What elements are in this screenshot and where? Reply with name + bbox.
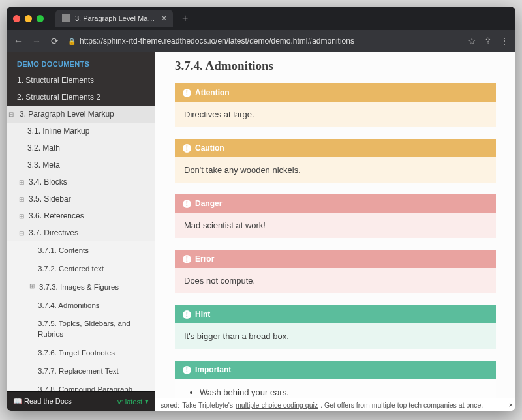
menu-icon[interactable]: ⋮: [500, 36, 509, 46]
sidebar-subsubitem[interactable]: 3.7.4. Admonitions: [7, 296, 155, 314]
admonition-body: Does not compute.: [175, 268, 496, 293]
sidebar-subsubitem[interactable]: 3.7.1. Contents: [7, 241, 155, 260]
admonition-title: !Hint: [175, 305, 496, 323]
sidebar-subitem[interactable]: ⊞3.6. References: [7, 207, 155, 224]
sponsor-link[interactable]: multiple-choice coding quiz: [236, 401, 318, 409]
info-icon: !: [183, 89, 191, 97]
favicon-icon: [62, 14, 70, 22]
admonition-title-text: Danger: [195, 199, 222, 208]
sidebar-item-label: 3.4. Blocks: [29, 177, 67, 187]
sidebar-item-label: 3.2. Math: [27, 143, 60, 153]
sidebar-subsubitem[interactable]: 3.7.5. Topics, Sidebars, and Rubrics: [7, 314, 155, 343]
info-icon: !: [183, 255, 191, 263]
sidebar-subsubitem[interactable]: 3.7.2. Centered text: [7, 260, 155, 278]
admonition-body: It's bigger than a bread box.: [175, 323, 496, 349]
info-icon: !: [183, 144, 191, 153]
sidebar-item[interactable]: 1. Structural Elements: [7, 72, 155, 89]
sidebar-caption: DEMO DOCUMENTS: [7, 52, 155, 72]
extension-icon[interactable]: ⇪: [484, 36, 492, 46]
expand-icon[interactable]: ⊞: [18, 196, 25, 203]
expand-icon[interactable]: ⊞: [18, 213, 25, 220]
sidebar-subitem[interactable]: ⊞3.5. Sidebar: [7, 190, 155, 207]
admonition-title-text: Attention: [195, 88, 230, 97]
collapse-icon[interactable]: ⊟: [18, 230, 25, 237]
main-content: 3.7.4. Admonitions !Attention Directives…: [155, 52, 515, 411]
admonition-danger: !Danger Mad scientist at work!: [175, 194, 496, 238]
admonition-hint: !Hint It's bigger than a bread box.: [175, 305, 496, 349]
tab-title: 3. Paragraph Level Markup —: [75, 14, 157, 22]
sidebar-item-current[interactable]: ⊟ 3. Paragraph Level Markup: [7, 106, 155, 123]
browser-window: 3. Paragraph Level Markup — × + ← → ⟳ 🔒 …: [7, 7, 515, 411]
admonition-title: !Error: [175, 250, 496, 268]
sponsor-prefix: sored:: [161, 401, 179, 409]
minimize-window-button[interactable]: [25, 15, 32, 22]
sidebar-item-label: 3.7.1. Contents: [38, 245, 89, 256]
sidebar-item-label: 3.7.2. Centered text: [38, 263, 104, 274]
address-bar: ← → ⟳ 🔒 https://sphinx-rtd-theme.readthe…: [7, 30, 515, 52]
expand-icon[interactable]: ⊞: [18, 179, 25, 186]
book-icon: 📖 Read the Docs: [13, 397, 72, 406]
admonition-caution: !Caution Don't take any wooden nickels.: [175, 139, 496, 183]
version-selector[interactable]: v: latest ▾: [117, 397, 149, 406]
sidebar-item-label: 3.1. Inline Markup: [27, 127, 89, 136]
reload-button[interactable]: ⟳: [50, 36, 60, 46]
sidebar-subsubitem[interactable]: 3.7.8. Compound Paragraph: [7, 380, 155, 391]
sidebar-item-label: 3.7.8. Compound Paragraph: [38, 384, 132, 391]
close-window-button[interactable]: [13, 15, 20, 22]
admonition-title-text: Error: [195, 254, 214, 263]
info-icon: !: [183, 366, 191, 374]
admonition-body: Don't take any wooden nickels.: [175, 157, 496, 183]
admonition-title-text: Hint: [195, 310, 210, 319]
version-label: v: latest: [117, 398, 142, 406]
sidebar-subitem[interactable]: 3.2. Math: [7, 140, 155, 157]
new-tab-button[interactable]: +: [178, 12, 192, 24]
admonition-attention: !Attention Directives at large.: [175, 83, 496, 127]
tab-bar: 3. Paragraph Level Markup — × +: [7, 7, 515, 30]
lock-icon: 🔒: [68, 38, 76, 45]
sidebar-subitem[interactable]: 3.1. Inline Markup: [7, 123, 155, 140]
sidebar-subsubitem[interactable]: ⊞3.7.3. Images & Figures: [7, 278, 155, 296]
bookmark-icon[interactable]: ☆: [468, 36, 476, 46]
sidebar-subsubitem[interactable]: 3.7.6. Target Footnotes: [7, 344, 155, 362]
url-field[interactable]: 🔒 https://sphinx-rtd-theme.readthedocs.i…: [68, 37, 460, 46]
list-item: Wash behind your ears.: [200, 387, 487, 398]
chevron-down-icon: ▾: [145, 397, 149, 406]
section-heading: 3.7.4. Admonitions: [175, 59, 496, 73]
sidebar-item-label: 3.7. Directives: [29, 228, 78, 237]
rtd-footer[interactable]: 📖 Read the Docs v: latest ▾: [7, 391, 155, 411]
maximize-window-button[interactable]: [37, 15, 44, 22]
admonition-title-text: Important: [195, 365, 231, 374]
sidebar-subitem[interactable]: ⊞3.4. Blocks: [7, 173, 155, 190]
close-tab-icon[interactable]: ×: [162, 14, 166, 23]
admonition-title: !Danger: [175, 194, 496, 213]
sidebar-item-label: 3.7.7. Replacement Text: [38, 366, 119, 376]
browser-tab[interactable]: 3. Paragraph Level Markup — ×: [55, 10, 173, 27]
expand-icon[interactable]: ⊞: [29, 282, 35, 291]
admonition-body: Mad scientist at work!: [175, 213, 496, 238]
sidebar-item[interactable]: 2. Structural Elements 2: [7, 89, 155, 106]
sidebar: DEMO DOCUMENTS 1. Structural Elements 2.…: [7, 52, 155, 411]
sponsor-lead: Take Triplebyte's: [182, 401, 233, 409]
sponsor-bar: sored: Take Triplebyte's multiple-choice…: [155, 398, 515, 411]
sidebar-subitem-directives[interactable]: ⊟3.7. Directives: [7, 224, 155, 241]
admonition-title: !Attention: [175, 83, 496, 102]
sidebar-item-label: 3. Paragraph Level Markup: [20, 110, 114, 119]
window-controls: [13, 15, 44, 22]
url-text: https://sphinx-rtd-theme.readthedocs.io/…: [80, 37, 354, 46]
sidebar-subitem[interactable]: 3.3. Meta: [7, 157, 155, 173]
sponsor-tail: . Get offers from multiple top tech comp…: [320, 401, 483, 409]
sidebar-subsubitem[interactable]: 3.7.7. Replacement Text: [7, 362, 155, 380]
content-area: DEMO DOCUMENTS 1. Structural Elements 2.…: [7, 52, 515, 411]
forward-button[interactable]: →: [31, 36, 42, 46]
admonition-title-text: Caution: [195, 143, 224, 153]
sidebar-item-label: 3.7.4. Admonitions: [38, 300, 100, 310]
footer-label: Read the Docs: [24, 397, 72, 405]
close-sponsor-icon[interactable]: ×: [509, 401, 513, 409]
admonition-title: !Important: [175, 361, 496, 379]
sidebar-item-label: 3.7.3. Images & Figures: [39, 282, 119, 292]
collapse-icon[interactable]: ⊟: [8, 111, 14, 118]
sidebar-item-label: 3.6. References: [29, 211, 84, 220]
admonition-body: Directives at large.: [175, 102, 496, 127]
back-button[interactable]: ←: [13, 36, 23, 46]
info-icon: !: [183, 200, 191, 208]
